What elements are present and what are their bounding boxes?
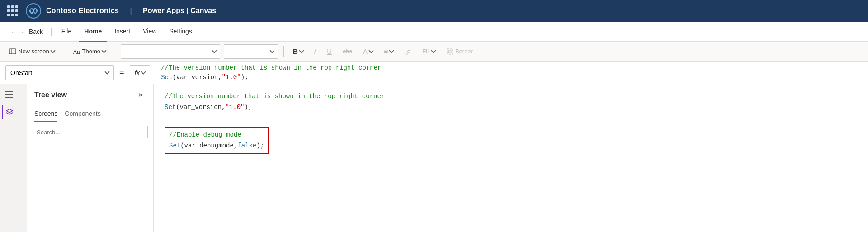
code-block: //The version number that is shown in th… xyxy=(165,91,857,154)
italic-label: / xyxy=(314,47,316,55)
code-debug-comment: //Enable debug mode xyxy=(169,131,241,138)
svg-rect-5 xyxy=(448,50,451,53)
code-set-fn-2: Set xyxy=(169,142,180,149)
svg-text:Aa: Aa xyxy=(73,49,80,55)
hamburger-menu-icon[interactable] xyxy=(3,90,15,99)
back-label: ← Back xyxy=(21,28,43,35)
font-color-chevron-icon xyxy=(368,48,373,53)
formula-bar: OnStart = fx //The version number that i… xyxy=(0,62,868,84)
tree-view-panel: Tree view ✕ Screens Components xyxy=(27,84,154,232)
layers-icon[interactable] xyxy=(2,105,16,119)
code-set-1: Set xyxy=(161,74,172,81)
new-screen-icon xyxy=(9,48,16,55)
toolbar-separator-3 xyxy=(283,46,284,57)
code-comment-line1: //The version number that is shown in th… xyxy=(165,93,385,100)
align-button[interactable]: ≡ xyxy=(380,44,397,59)
screens-tab[interactable]: Screens xyxy=(34,106,57,122)
back-arrow-icon: ← xyxy=(11,28,17,35)
tree-view-header: Tree view ✕ xyxy=(27,84,153,106)
font-color-label: A xyxy=(363,47,368,55)
tree-view-title: Tree view xyxy=(34,91,67,99)
fill-label: Fill xyxy=(422,48,430,55)
tree-search-area xyxy=(27,122,153,142)
toolbar-separator-2 xyxy=(115,46,115,57)
waffle-menu-icon[interactable] xyxy=(7,5,18,16)
fill-chevron-icon xyxy=(431,48,436,53)
home-menu-item[interactable]: Home xyxy=(79,22,107,42)
app-title: Power Apps | Canvas xyxy=(143,7,216,15)
bold-label: B xyxy=(293,47,298,55)
font-family-dropdown[interactable] xyxy=(121,44,220,59)
italic-button[interactable]: / xyxy=(311,44,320,59)
tree-search-input[interactable] xyxy=(33,126,148,138)
code-line-4: Set(var_debugmode,false); xyxy=(169,141,264,152)
font-color-button[interactable]: A xyxy=(359,44,377,59)
property-selector[interactable]: OnStart xyxy=(5,65,114,80)
menu-separator-1: | xyxy=(50,27,52,36)
property-chevron-icon xyxy=(104,69,109,74)
equals-sign: = xyxy=(119,68,124,77)
formula-code-area[interactable]: //The version number that is shown in th… xyxy=(156,62,863,84)
bold-button[interactable]: B xyxy=(289,44,307,59)
components-tab[interactable]: Components xyxy=(65,106,100,122)
code-false-keyword: false xyxy=(237,142,256,149)
view-menu-item[interactable]: View xyxy=(137,22,162,42)
fx-chevron-icon xyxy=(141,69,146,74)
svg-rect-4 xyxy=(447,49,453,54)
main-content: Tree view ✕ Screens Components //The ver… xyxy=(0,84,868,232)
fill-button[interactable]: Fill xyxy=(419,44,439,59)
new-screen-button[interactable]: New screen xyxy=(5,44,58,59)
align-label: ≡ xyxy=(384,47,388,56)
theme-icon: Aa xyxy=(73,48,80,55)
border-button[interactable]: Border xyxy=(443,44,476,59)
logo-area: Contoso Electronics xyxy=(25,3,119,19)
toolbar: New screen Aa Theme B / U abc A ≡ xyxy=(0,42,868,62)
layers-svg-icon xyxy=(5,108,14,116)
brand-name: Contoso Electronics xyxy=(46,7,119,15)
nav-divider: | xyxy=(130,6,132,16)
border-icon xyxy=(446,48,453,55)
code-panel[interactable]: //The version number that is shown in th… xyxy=(154,84,868,232)
tree-view-close-button[interactable]: ✕ xyxy=(135,90,146,100)
new-screen-label: New screen xyxy=(18,48,49,55)
theme-button[interactable]: Aa Theme xyxy=(70,44,109,59)
file-menu-item[interactable]: File xyxy=(56,22,77,42)
spacer-column xyxy=(18,84,27,232)
paint-icon xyxy=(404,48,411,55)
code-version-val: "1.0" xyxy=(225,104,244,111)
strikethrough-label: abc xyxy=(343,48,352,55)
toolbar-separator-1 xyxy=(64,46,64,57)
menu-bar: ← ← Back | File Home Insert View Setting… xyxy=(0,22,868,42)
strikethrough-button[interactable]: abc xyxy=(339,44,356,59)
bold-chevron-icon xyxy=(299,48,304,53)
code-line-3: //Enable debug mode xyxy=(169,130,264,141)
tree-tabs: Screens Components xyxy=(27,106,153,122)
code-line-2: Set(var_version,"1.0"); xyxy=(165,102,857,113)
border-label: Border xyxy=(455,48,473,55)
font-family-chevron-icon xyxy=(212,48,217,53)
contoso-logo-icon xyxy=(25,3,42,19)
code-set-fn-1: Set xyxy=(165,104,176,111)
code-comment-1: //The version number that is shown in th… xyxy=(161,64,381,71)
underline-label: U xyxy=(327,47,332,55)
sidebar-toggle-column xyxy=(0,84,18,232)
theme-label: Theme xyxy=(82,48,100,55)
settings-menu-item[interactable]: Settings xyxy=(164,22,198,42)
property-label: OnStart xyxy=(10,69,32,76)
theme-chevron-icon xyxy=(101,48,106,53)
font-size-dropdown[interactable] xyxy=(224,44,278,59)
top-nav-bar: Contoso Electronics | Power Apps | Canva… xyxy=(0,0,868,22)
new-screen-chevron-icon xyxy=(50,48,55,53)
back-button[interactable]: ← ← Back xyxy=(7,26,47,37)
formula-fx-button[interactable]: fx xyxy=(130,65,151,80)
fx-label: fx xyxy=(135,69,140,76)
code-version-string: "1.0" xyxy=(222,74,241,81)
highlighted-debug-block: //Enable debug mode Set(var_debugmode,fa… xyxy=(165,127,269,154)
align-chevron-icon xyxy=(389,48,394,53)
font-size-chevron-icon xyxy=(269,48,274,53)
code-line-1: //The version number that is shown in th… xyxy=(165,91,857,102)
svg-rect-1 xyxy=(9,49,16,54)
paint-button[interactable] xyxy=(401,44,415,59)
underline-button[interactable]: U xyxy=(323,44,335,59)
insert-menu-item[interactable]: Insert xyxy=(109,22,136,42)
